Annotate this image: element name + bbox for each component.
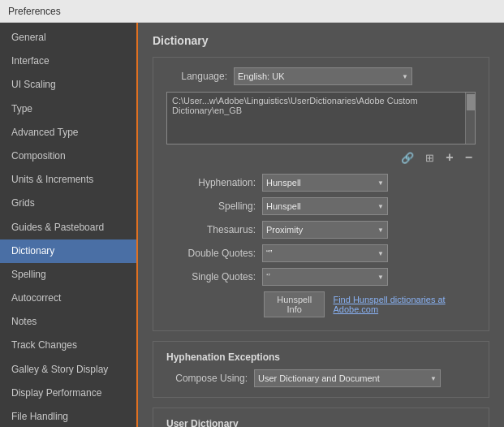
sidebar-item-advanced-type[interactable]: Advanced Type [0,121,136,144]
content-area: Dictionary Language: English: UKEnglish:… [138,23,504,427]
link-icon-button[interactable]: 🔗 [398,151,417,165]
double-quotes-select[interactable]: “”""«» [262,244,388,262]
scrollbar-thumb [467,94,475,110]
language-label: Language: [166,71,227,82]
hyphenation-select[interactable]: Hunspell [262,174,388,192]
spelling-row: Spelling: Hunspell [166,197,476,215]
single-quotes-select-wrap: ‘’'' [262,268,388,286]
scrollbar[interactable] [465,93,475,144]
double-quotes-row: Double Quotes: “”""«» [166,244,476,262]
single-quotes-row: Single Quotes: ‘’'' [166,268,476,286]
hunspell-link[interactable]: Find Hunspell dictionaries at Adobe.com [333,295,476,314]
hunspell-info-row: Hunspell Info Find Hunspell dictionaries… [166,291,476,317]
user-dictionary-section: User Dictionary Recompose All Stories Wh… [153,408,489,427]
pages-icon-button[interactable]: ⊞ [422,151,437,165]
preferences-title: Preferences [8,6,61,17]
main-container: GeneralInterfaceUI ScalingTypeAdvanced T… [0,23,504,427]
hyphenation-row: Hyphenation: Hunspell [166,174,476,192]
sidebar-item-grids[interactable]: Grids [0,192,136,215]
sidebar-item-composition[interactable]: Composition [0,144,136,168]
sidebar-item-units-increments[interactable]: Units & Increments [0,168,136,192]
sidebar-item-general[interactable]: General [0,26,136,50]
sidebar-item-guides-pasteboard[interactable]: Guides & Pasteboard [0,216,136,239]
sidebar-item-file-handling[interactable]: File Handling [0,405,136,427]
thesaurus-select-wrap: Proximity [262,221,388,239]
title-bar: Preferences [0,0,504,23]
sidebar-item-display-performance[interactable]: Display Performance [0,382,136,405]
dictionary-panel: Language: English: UKEnglish: USFrenchGe… [153,57,489,331]
sidebar-item-autocorrect[interactable]: Autocorrect [0,287,136,310]
sidebar-item-galley-story[interactable]: Galley & Story Display [0,358,136,382]
compose-using-select[interactable]: User Dictionary and DocumentUser Diction… [254,369,441,387]
sidebar-item-interface[interactable]: Interface [0,50,136,73]
single-quotes-select[interactable]: ‘’'' [262,268,388,286]
sidebar-item-dictionary[interactable]: Dictionary [0,239,136,263]
user-dictionary-title: User Dictionary [166,418,476,427]
hyphenation-exceptions-title: Hyphenation Exceptions [166,352,476,363]
single-quotes-label: Single Quotes: [166,271,256,283]
language-select[interactable]: English: UKEnglish: USFrenchGermanSpanis… [234,67,412,85]
compose-label: Compose Using: [166,373,248,384]
dict-path-text: C:\User...w\Adobe\Linguistics\UserDictio… [172,96,470,115]
dict-path-box: C:\User...w\Adobe\Linguistics\UserDictio… [166,92,476,144]
double-quotes-select-wrap: “”""«» [262,244,388,262]
sidebar-item-ui-scaling[interactable]: UI Scaling [0,73,136,97]
double-quotes-label: Double Quotes: [166,248,256,259]
compose-select-wrap: User Dictionary and DocumentUser Diction… [254,369,441,387]
sidebar-item-type[interactable]: Type [0,97,136,121]
language-row: Language: English: UKEnglish: USFrenchGe… [166,67,476,85]
hunspell-info-button[interactable]: Hunspell Info [264,291,325,317]
add-icon-button[interactable]: + [442,149,456,166]
thesaurus-label: Thesaurus: [166,224,256,235]
spelling-select[interactable]: Hunspell [262,197,388,215]
sidebar-item-notes[interactable]: Notes [0,310,136,334]
spelling-select-wrap: Hunspell [262,197,388,215]
thesaurus-select[interactable]: Proximity [262,221,388,239]
hyphenation-select-wrap: Hunspell [262,174,388,192]
icon-btn-row: 🔗 ⊞ + − [166,149,476,166]
thesaurus-row: Thesaurus: Proximity [166,221,476,239]
sidebar-item-track-changes[interactable]: Track Changes [0,334,136,357]
spelling-label: Spelling: [166,201,256,212]
sidebar: GeneralInterfaceUI ScalingTypeAdvanced T… [0,23,138,427]
section-title: Dictionary [153,34,489,47]
compose-row: Compose Using: User Dictionary and Docum… [166,369,476,387]
remove-icon-button[interactable]: − [462,149,476,166]
sidebar-item-spelling[interactable]: Spelling [0,263,136,287]
hyphenation-label: Hyphenation: [166,177,256,188]
language-select-wrap: English: UKEnglish: USFrenchGermanSpanis… [234,67,412,85]
hyphenation-exceptions-panel: Hyphenation Exceptions Compose Using: Us… [153,341,489,398]
